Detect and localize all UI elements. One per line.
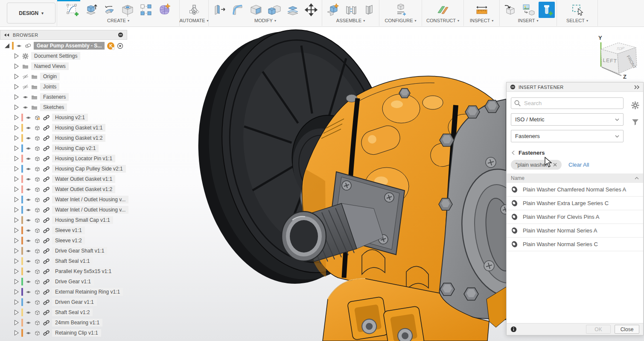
component-label[interactable]: Housing Small Cap v1:1 — [52, 216, 113, 224]
create-sketch-icon[interactable] — [64, 2, 81, 18]
disclosure-triangle-icon[interactable] — [14, 166, 19, 172]
disclosure-triangle-icon[interactable] — [14, 238, 19, 244]
filter-icon[interactable] — [631, 118, 639, 126]
dialog-expand-icon[interactable] — [634, 85, 640, 89]
tree-row-joints[interactable]: Joints — [0, 82, 127, 92]
eye-visible-icon[interactable] — [25, 268, 32, 275]
eye-visible-icon[interactable] — [25, 289, 32, 295]
toolbar-group-label[interactable]: INSPECT▾ — [470, 18, 494, 23]
tree-row-component[interactable]: Retaining Clip v1:1 — [0, 328, 127, 338]
eye-visible-icon[interactable] — [25, 207, 32, 213]
tree-row-component[interactable]: Drive Gear v1:1 — [0, 276, 127, 287]
joint-icon[interactable] — [343, 2, 359, 18]
extrude-icon[interactable] — [83, 2, 99, 18]
disclosure-triangle-icon[interactable] — [14, 279, 19, 285]
toolbar-group-label[interactable]: SELECT▾ — [566, 18, 588, 23]
component-label[interactable]: Housing Cap v2:1 — [52, 144, 99, 152]
configure-icon[interactable] — [393, 2, 409, 18]
press-pull-icon[interactable] — [211, 2, 227, 18]
tree-row-component[interactable]: Housing Locator Pin v1:1 — [0, 153, 127, 164]
eye-visible-icon[interactable] — [25, 176, 32, 182]
fastener-result-row[interactable]: Plain Washer Normal Series C — [507, 238, 643, 251]
component-label[interactable]: Housing Gasket v1:1 — [52, 124, 105, 132]
tree-row-component[interactable]: Housing v2:1 — [0, 112, 127, 123]
component-label[interactable]: 24mm Bearing v1:1 — [52, 319, 102, 326]
component-label[interactable]: Drive Gear v1:1 — [52, 278, 94, 285]
disclosure-triangle-icon[interactable] — [14, 248, 19, 254]
toolbar-group-label[interactable]: MODIFY▾ — [254, 18, 276, 23]
disclosure-triangle-icon[interactable] — [14, 186, 19, 192]
tree-row-document-settings[interactable]: Document Settings — [0, 51, 127, 61]
tree-row-component[interactable]: Sleeve v1:1 — [0, 225, 127, 235]
eye-visible-icon[interactable] — [25, 320, 32, 326]
disclosure-triangle-icon[interactable] — [14, 217, 19, 223]
tree-item-label[interactable]: Document Settings — [31, 52, 80, 60]
component-label[interactable]: Housing v2:1 — [52, 114, 88, 121]
disclosure-triangle-icon[interactable] — [14, 258, 19, 264]
toolbar-group-label[interactable]: CREATE▾ — [107, 18, 129, 23]
disclosure-triangle-icon[interactable] — [14, 135, 19, 141]
measure-icon[interactable] — [474, 2, 490, 18]
component-label[interactable]: External Retaining Ring v1:1 — [52, 288, 123, 296]
gear-icon[interactable] — [631, 101, 639, 109]
pattern-icon[interactable] — [138, 2, 154, 18]
eye-visible-icon[interactable] — [25, 238, 32, 244]
toolbar-group-label[interactable]: CONSTRUCT▾ — [426, 18, 459, 23]
fastener-result-row[interactable]: Plain Washer Normal Series A — [507, 224, 643, 238]
select-icon[interactable] — [569, 2, 586, 18]
component-label[interactable]: Retaining Clip v1:1 — [52, 329, 101, 337]
disclosure-triangle-icon[interactable] — [14, 104, 19, 110]
tree-row-component[interactable]: 24mm Bearing v1:1 — [0, 317, 127, 328]
tree-row-named-views[interactable]: Named Views — [0, 61, 127, 71]
tree-row-component[interactable]: Drive Gear Shaft v1:1 — [0, 246, 127, 256]
revolve-icon[interactable] — [101, 2, 117, 18]
eye-visible-icon[interactable] — [25, 258, 32, 265]
component-label[interactable]: Sleeve v1:1 — [52, 226, 85, 234]
eye-visible-icon[interactable] — [25, 217, 32, 223]
tree-row-component[interactable]: Water Outlet Gasket v1:2 — [0, 184, 127, 194]
fastener-result-row[interactable]: Plain Washer Extra Large Series C — [507, 197, 643, 210]
collapse-panel-icon[interactable] — [4, 33, 9, 37]
breadcrumb[interactable]: Fasteners — [512, 150, 643, 156]
clear-all-link[interactable]: Clear All — [568, 162, 589, 168]
eye-visible-icon[interactable] — [25, 330, 32, 336]
disclosure-triangle-icon[interactable] — [14, 156, 19, 162]
tree-row-component[interactable]: External Retaining Ring v1:1 — [0, 287, 127, 297]
insert-canvas-icon[interactable] — [520, 2, 536, 18]
tree-row-component[interactable]: Shaft Seal v1:2 — [0, 307, 127, 317]
tree-row-sketches[interactable]: Sketches — [0, 102, 127, 112]
disclosure-triangle-icon[interactable] — [14, 197, 19, 203]
tree-row-component[interactable]: Housing Cap Pulley Side v2:1 — [0, 164, 127, 174]
disclosure-triangle-icon[interactable] — [14, 145, 19, 151]
fillet-icon[interactable] — [230, 2, 246, 18]
move-icon[interactable] — [303, 2, 319, 18]
eye-visible-icon[interactable] — [25, 186, 32, 193]
name-column-header[interactable]: Name — [507, 173, 643, 183]
tree-row-component[interactable]: Sleeve v1:2 — [0, 235, 127, 246]
filter-chip[interactable]: "plain washer" — [511, 160, 562, 170]
dialog-header[interactable]: INSERT FASTENER — [507, 82, 643, 92]
disclosure-triangle-icon[interactable] — [14, 309, 19, 315]
info-icon[interactable] — [510, 326, 517, 332]
component-label[interactable]: Housing Cap Pulley Side v2:1 — [52, 165, 126, 173]
fastener-result-row[interactable]: Plain Washer Chamfered Normal Series A — [507, 183, 643, 197]
tree-item-label[interactable]: Named Views — [31, 62, 69, 70]
viewcube[interactable]: Y TOP LEFT FRONT Z — [595, 32, 644, 82]
eye-visible-icon[interactable] — [25, 156, 32, 162]
tree-row-component[interactable]: Water Inlet / Outlet Housing v... — [0, 205, 127, 215]
disclosure-triangle-icon[interactable] — [14, 94, 19, 100]
shell-icon[interactable] — [248, 2, 264, 18]
disclosure-triangle-icon[interactable] — [14, 176, 19, 182]
disclosure-triangle-icon[interactable] — [14, 125, 19, 131]
tree-row-component[interactable]: Housing Small Cap v1:1 — [0, 215, 127, 225]
tree-row-component[interactable]: Driven Gear v1:1 — [0, 297, 127, 307]
toolbar-group-label[interactable]: ASSEMBLE▾ — [336, 18, 365, 23]
tree-row-component[interactable]: Housing Gasket v1:2 — [0, 133, 127, 143]
eye-visible-icon[interactable] — [22, 94, 29, 100]
tree-row-component[interactable]: Water Inlet / Outlet Housing v... — [0, 194, 127, 205]
component-label[interactable]: Shaft Seal v1:2 — [52, 309, 93, 316]
new-component-icon[interactable] — [324, 2, 341, 18]
insert-fastener-icon[interactable] — [539, 2, 555, 18]
ok-button[interactable]: OK — [586, 325, 611, 334]
disclosure-triangle-icon[interactable] — [14, 330, 19, 336]
